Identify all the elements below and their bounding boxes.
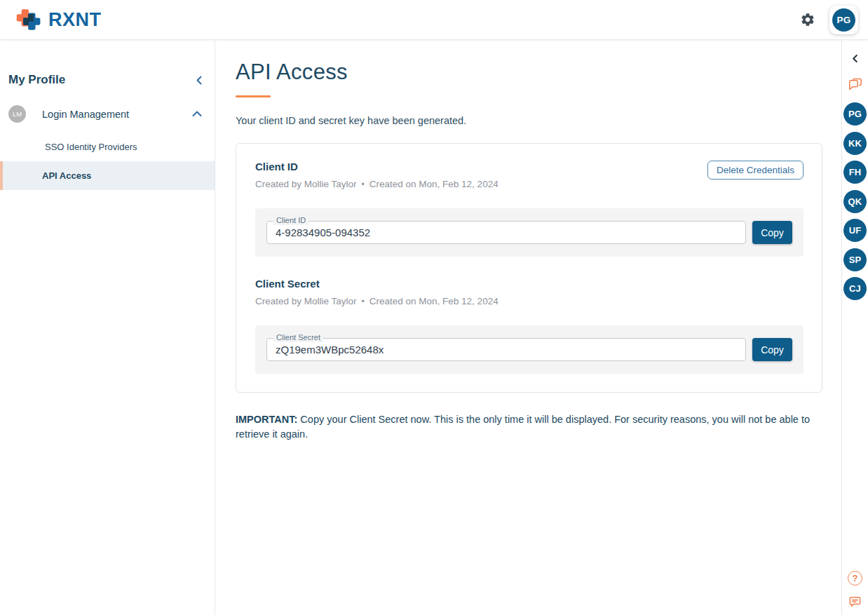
rail-avatar-kk[interactable]: KK	[843, 132, 867, 155]
right-rail: PG KK FH QK UF SP CJ ?	[841, 41, 868, 615]
sidebar-item-sso-identity-providers[interactable]: SSO Identity Providers	[0, 133, 215, 161]
client-secret-created-on: Created on Mon, Feb 12, 2024	[369, 296, 499, 306]
rail-avatar-cj[interactable]: CJ	[843, 277, 867, 300]
important-text: Copy your Client Secret now. This is the…	[236, 414, 810, 440]
client-secret-input[interactable]	[266, 338, 746, 361]
main-content: API Access Your client ID and secret key…	[216, 41, 841, 615]
client-id-byline: Created by Mollie Taylor•Created on Mon,…	[255, 179, 499, 189]
rail-avatar-fh[interactable]: FH	[843, 161, 867, 184]
rail-avatar-pg[interactable]: PG	[843, 102, 867, 126]
rail-avatar-qk[interactable]: QK	[843, 190, 867, 213]
credentials-card: Client ID Created by Mollie Taylor•Creat…	[236, 143, 822, 393]
title-accent-bar	[236, 95, 271, 97]
rxnt-logo-icon	[15, 7, 42, 32]
client-id-heading: Client ID	[255, 161, 499, 173]
rail-collapse-icon[interactable]	[851, 54, 859, 63]
app-header: RXNT PG	[0, 0, 868, 40]
copy-client-id-button[interactable]: Copy	[752, 221, 792, 244]
rail-avatar-sp[interactable]: SP	[843, 248, 867, 271]
login-management-avatar: LM	[8, 105, 26, 123]
sidebar-item-api-access[interactable]: API Access	[0, 161, 215, 190]
chevron-up-icon	[192, 111, 202, 117]
sso-identity-providers-label: SSO Identity Providers	[45, 142, 137, 152]
rail-avatar-uf[interactable]: UF	[843, 219, 867, 242]
help-icon[interactable]: ?	[848, 571, 862, 586]
delete-credentials-button[interactable]: Delete Credentials	[707, 161, 803, 180]
left-sidebar: My Profile LM Login Management SSO Ident…	[0, 41, 215, 615]
rxnt-logo[interactable]: RXNT	[0, 7, 102, 32]
settings-gear-icon[interactable]	[800, 12, 815, 27]
client-id-panel: Client ID Copy	[255, 208, 803, 257]
client-id-field-label: Client ID	[273, 216, 308, 225]
copy-client-secret-button[interactable]: Copy	[752, 338, 792, 361]
intro-text: Your client ID and secret key have been …	[236, 115, 841, 126]
client-secret-heading: Client Secret	[255, 278, 499, 290]
client-id-input[interactable]	[266, 221, 746, 244]
important-label: IMPORTANT:	[236, 414, 297, 425]
rxnt-logo-text: RXNT	[48, 9, 102, 31]
client-id-created-by: Created by Mollie Taylor	[255, 179, 357, 189]
client-secret-field-label: Client Secret	[273, 333, 323, 342]
important-note: IMPORTANT: Copy your Client Secret now. …	[236, 412, 822, 442]
byline-bullet: •	[362, 180, 365, 189]
feedback-icon[interactable]	[848, 595, 862, 608]
client-secret-created-by: Created by Mollie Taylor	[255, 296, 357, 306]
sidebar-collapse-icon[interactable]	[195, 76, 203, 85]
byline-bullet: •	[362, 297, 365, 306]
sidebar-title: My Profile	[8, 73, 65, 87]
user-menu-button[interactable]: PG	[829, 6, 858, 34]
chat-icon[interactable]	[848, 78, 862, 91]
user-avatar: PG	[832, 8, 855, 32]
sidebar-item-login-management[interactable]: LM Login Management	[0, 105, 215, 123]
api-access-label: API Access	[42, 170, 91, 181]
client-secret-byline: Created by Mollie Taylor•Created on Mon,…	[255, 296, 499, 306]
client-id-created-on: Created on Mon, Feb 12, 2024	[369, 179, 499, 189]
page-title: API Access	[236, 60, 841, 85]
client-secret-panel: Client Secret Copy	[255, 325, 803, 374]
login-management-label: Login Management	[42, 109, 192, 120]
